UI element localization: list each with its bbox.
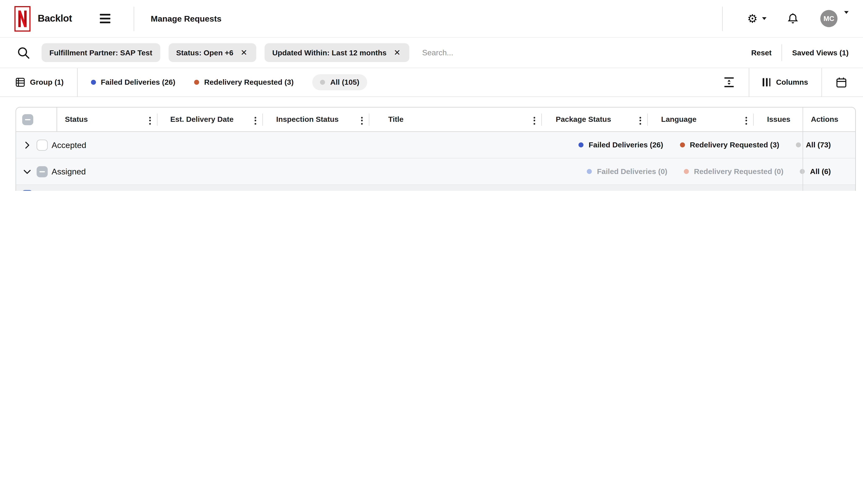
- group-row-assigned[interactable]: Assigned Failed Deliveries (0) Redeliver…: [16, 158, 855, 185]
- all-badge[interactable]: All (6): [800, 167, 831, 176]
- filter-chip-status[interactable]: Status: Open +6 ✕: [168, 43, 256, 62]
- chevron-down-icon: [844, 11, 849, 23]
- indeterminate-mark: [25, 119, 30, 120]
- notifications-button[interactable]: [786, 12, 799, 25]
- column-header-title: Title: [388, 107, 403, 132]
- actions-column-divider: [803, 107, 803, 191]
- filter-chip-updated-within[interactable]: Updated Within: Last 12 months ✕: [264, 43, 410, 62]
- group-badges: Failed Deliveries (0) Redelivery Request…: [587, 158, 831, 184]
- tab-label: Redelivery Requested (3): [204, 78, 293, 87]
- orange-dot-icon: [194, 80, 199, 85]
- est-delivery-date-cell: 2016-07-31 23:59: [168, 185, 228, 191]
- calendar-view-button[interactable]: [835, 76, 848, 88]
- table-row[interactable]: ✓ Open 2016-07-31 23:59 Pending Meridian…: [16, 185, 855, 191]
- column-header-status: Status: [65, 107, 88, 132]
- search-icon: [16, 46, 30, 60]
- filter-bar-right: Reset Saved Views (1): [741, 38, 850, 68]
- avatar[interactable]: MC: [821, 10, 838, 27]
- close-icon[interactable]: ✕: [393, 48, 402, 58]
- requests-table: Status Est. Delivery Date Inspection Sta…: [15, 107, 856, 191]
- redelivery-requested-badge[interactable]: Redelivery Requested (0): [684, 167, 784, 176]
- search-input[interactable]: [421, 48, 571, 58]
- indeterminate-mark: [39, 171, 45, 172]
- header-actions: ⚙ MC: [722, 6, 849, 30]
- failed-deliveries-badge[interactable]: Failed Deliveries (0): [587, 167, 667, 176]
- backlot-app: Backlot Manage Requests ⚙ MC: [0, 0, 863, 191]
- select-all-checkbox[interactable]: [22, 114, 33, 125]
- netflix-n-icon: [18, 10, 27, 27]
- divider: [749, 68, 750, 96]
- header-divider: [134, 6, 134, 30]
- filter-chip-fulfillment-partner[interactable]: Fulfillment Partner: SAP Test: [41, 43, 160, 62]
- tab-failed-deliveries[interactable]: Failed Deliveries (26): [91, 78, 175, 87]
- failed-deliveries-badge[interactable]: Failed Deliveries (26): [579, 141, 663, 149]
- chip-label: Fulfillment Partner: SAP Test: [49, 49, 152, 57]
- page-title: Manage Requests: [151, 14, 222, 23]
- column-menu-icon[interactable]: [638, 115, 643, 126]
- divider: [822, 68, 822, 96]
- hamburger-menu-icon[interactable]: [98, 12, 112, 26]
- column-divider: [753, 114, 754, 126]
- group-checkbox[interactable]: [37, 140, 48, 151]
- group-badges: Failed Deliveries (26) Redelivery Reques…: [579, 132, 831, 158]
- tab-label: Failed Deliveries (26): [101, 78, 175, 87]
- column-header-actions: Actions: [811, 107, 838, 132]
- column-menu-icon[interactable]: [359, 115, 364, 126]
- group-label: Group (1): [30, 78, 64, 87]
- columns-button[interactable]: Columns: [763, 78, 808, 87]
- column-menu-icon[interactable]: [744, 115, 749, 126]
- filter-bar: Fulfillment Partner: SAP Test Status: Op…: [0, 38, 863, 68]
- redelivery-requested-badge[interactable]: Redelivery Requested (3): [680, 141, 779, 149]
- column-divider: [647, 114, 648, 126]
- group-name: Accepted: [52, 132, 86, 158]
- column-divider: [262, 114, 263, 126]
- gray-dot-icon: [796, 142, 801, 147]
- tab-all[interactable]: All (105): [313, 74, 367, 90]
- divider: [77, 68, 78, 96]
- columns-label: Columns: [776, 78, 808, 87]
- close-icon[interactable]: ✕: [239, 48, 249, 58]
- saved-views-button[interactable]: Saved Views (1): [782, 49, 850, 57]
- group-button[interactable]: Group (1): [15, 78, 64, 87]
- chevron-right-icon[interactable]: [22, 140, 32, 150]
- column-divider: [541, 114, 542, 126]
- row-checkbox[interactable]: ✓: [22, 190, 33, 191]
- status-cell: Open: [73, 185, 92, 191]
- netflix-logo-icon[interactable]: [14, 6, 30, 31]
- chip-label: Updated Within: Last 12 months: [272, 49, 387, 57]
- reset-button[interactable]: Reset: [741, 49, 781, 57]
- status-tabs: Failed Deliveries (26) Redelivery Reques…: [91, 74, 367, 90]
- bell-icon: [786, 12, 799, 25]
- row-actions-button[interactable]: [815, 185, 830, 191]
- column-header-language: Language: [661, 107, 697, 132]
- group-name: Assigned: [52, 158, 86, 185]
- column-menu-icon[interactable]: [148, 115, 153, 126]
- account-menu-button[interactable]: [844, 14, 849, 24]
- row-density-button[interactable]: [723, 76, 736, 89]
- column-divider: [369, 114, 370, 126]
- group-icon: [15, 78, 25, 87]
- settings-button[interactable]: ⚙: [747, 13, 766, 24]
- inspection-status-cell: Pending: [274, 185, 301, 191]
- chevron-down-icon[interactable]: [22, 167, 32, 177]
- checkbox-column-divider: [57, 107, 57, 131]
- language-cell: German (de): [660, 185, 702, 191]
- group-checkbox[interactable]: [37, 166, 48, 177]
- title-cell: Meridian: [380, 185, 409, 191]
- avatar-initials: MC: [824, 15, 834, 23]
- table-header-row: Status Est. Delivery Date Inspection Sta…: [16, 107, 855, 132]
- tab-redelivery-requested[interactable]: Redelivery Requested (3): [194, 78, 293, 87]
- column-menu-icon[interactable]: [532, 115, 537, 126]
- column-menu-icon[interactable]: [253, 115, 258, 126]
- column-header-inspection-status: Inspection Status: [276, 107, 339, 132]
- all-badge[interactable]: All (73): [796, 141, 831, 149]
- gear-icon: ⚙: [747, 13, 758, 24]
- orange-dot-icon: [680, 142, 685, 147]
- package-status-cell: Active: [563, 185, 585, 191]
- gray-dot-icon: [320, 80, 325, 85]
- app-header: Backlot Manage Requests ⚙ MC: [0, 0, 863, 38]
- group-row-accepted[interactable]: Accepted Failed Deliveries (26) Redelive…: [16, 132, 855, 158]
- orange-dot-icon: [684, 169, 689, 174]
- calendar-icon: [835, 76, 848, 88]
- blue-dot-icon: [587, 169, 592, 174]
